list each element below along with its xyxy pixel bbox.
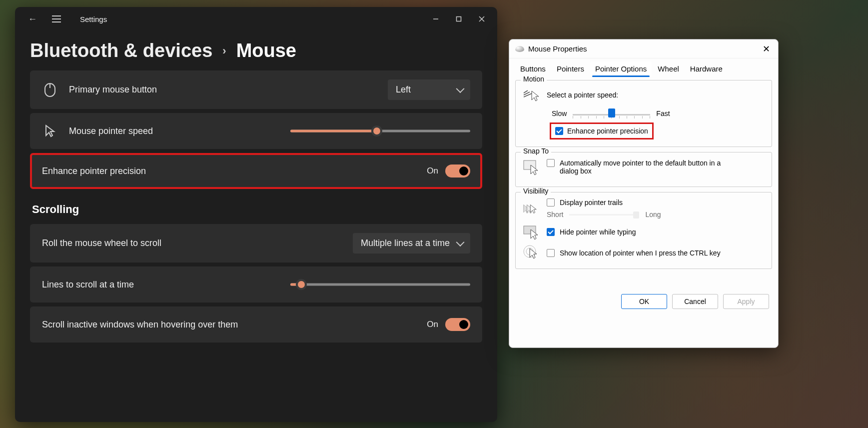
snap-to-label: Automatically move pointer to the defaul… [560,159,735,175]
toggle-state-text: On [427,166,438,176]
long-label: Long [645,210,661,218]
hamburger-menu-icon[interactable] [50,14,63,24]
svg-rect-1 [457,17,461,22]
row-lines-scroll: Lines to scroll at a time [30,266,482,302]
scroll-inactive-label: Scroll inactive windows when hovering ov… [42,320,238,330]
group-motion: Motion Select a pointer speed: Slow Fast… [515,80,772,147]
window-title: Settings [80,15,107,24]
row-roll-wheel: Roll the mouse wheel to scroll Multiple … [30,224,482,262]
ctrl-locate-checkbox[interactable] [547,249,555,257]
tab-pointers[interactable]: Pointers [552,62,589,77]
trails-label: Display pointer trails [560,198,623,206]
roll-wheel-select[interactable]: Multiple lines at a time [353,233,470,254]
settings-window: ← Settings Bluetooth & devices › Mouse P… [15,7,497,422]
cursor-icon [42,123,58,139]
mouse-properties-title: Mouse Properties [528,44,587,53]
back-button[interactable]: ← [26,12,39,26]
close-icon[interactable]: ✕ [761,42,772,56]
lines-scroll-label: Lines to scroll at a time [42,280,134,290]
dialog-buttons: OK Cancel Apply [509,287,778,316]
group-visibility: Visibility Display pointer trails Short … [515,192,772,269]
short-label: Short [547,210,563,218]
pointer-speed-slider[interactable] [573,108,650,120]
maximize-button[interactable] [447,9,470,29]
toggle-state-text: On [427,320,438,330]
pointer-speed-label: Mouse pointer speed [69,126,153,136]
trails-icon [523,200,540,218]
legend-motion: Motion [521,75,547,83]
mouse-small-icon [515,46,524,52]
fast-label: Fast [656,110,670,118]
apply-button[interactable]: Apply [723,294,769,309]
breadcrumb-parent[interactable]: Bluetooth & devices [30,40,212,62]
group-snap-to: Snap To Automatically move pointer to th… [515,152,772,187]
ok-button[interactable]: OK [621,294,667,309]
mouse-properties-titlebar: Mouse Properties ✕ [509,40,778,58]
mouse-properties-body: Motion Select a pointer speed: Slow Fast… [509,77,778,277]
ctrl-locate-icon [523,244,540,262]
row-pointer-speed: Mouse pointer speed [30,113,482,149]
cancel-button[interactable]: Cancel [672,294,718,309]
tab-pointer-options[interactable]: Pointer Options [590,62,652,77]
roll-wheel-label: Roll the mouse wheel to scroll [42,238,161,248]
toggle-switch-icon[interactable] [445,318,470,331]
tab-hardware[interactable]: Hardware [685,62,728,77]
enhance-precision-label: Enhance pointer precision [42,166,146,176]
trails-slider [569,210,639,220]
enhance-precision-toggle[interactable]: On [427,164,470,178]
tabs: Buttons Pointers Pointer Options Wheel H… [509,58,778,77]
enhance-precision-label: Enhance pointer precision [567,127,648,135]
enhance-precision-checkbox[interactable] [555,127,563,135]
row-scroll-inactive: Scroll inactive windows when hovering ov… [30,306,482,342]
cursor-motion-icon [523,86,540,104]
hide-typing-checkbox[interactable] [547,228,555,236]
ctrl-locate-label: Show location of pointer when I press th… [560,249,721,257]
tab-wheel[interactable]: Wheel [653,62,684,77]
settings-titlebar: ← Settings [15,7,497,31]
primary-button-select[interactable]: Left [388,80,470,100]
pointer-speed-caption: Select a pointer speed: [547,91,618,99]
scroll-inactive-toggle[interactable]: On [427,318,470,331]
row-primary-button: Primary mouse button Left [30,70,482,109]
mouse-properties-dialog: Mouse Properties ✕ Buttons Pointers Poin… [509,39,779,348]
breadcrumb-current: Mouse [236,40,296,62]
minimize-button[interactable] [424,9,447,29]
enhance-precision-highlight: Enhance pointer precision [550,122,654,140]
snap-to-checkbox[interactable] [547,159,555,167]
hide-typing-label: Hide pointer while typing [560,228,636,236]
primary-button-label: Primary mouse button [69,84,157,95]
toggle-switch-icon[interactable] [445,164,470,178]
chevron-right-icon: › [222,44,226,58]
settings-content[interactable]: Primary mouse button Left Mouse pointer … [15,66,497,410]
breadcrumb: Bluetooth & devices › Mouse [15,31,497,66]
close-button[interactable] [470,9,493,29]
trails-checkbox[interactable] [547,198,555,206]
row-enhance-precision: Enhance pointer precision On [30,153,482,189]
pointer-speed-slider[interactable] [290,127,470,135]
legend-visibility: Visibility [521,187,551,195]
legend-snap: Snap To [521,147,551,155]
snap-icon [523,158,540,176]
hide-typing-icon [523,224,540,240]
lines-scroll-slider[interactable] [290,280,470,288]
slow-label: Slow [552,110,567,118]
mouse-icon [42,82,58,98]
section-scrolling: Scrolling [32,203,482,216]
